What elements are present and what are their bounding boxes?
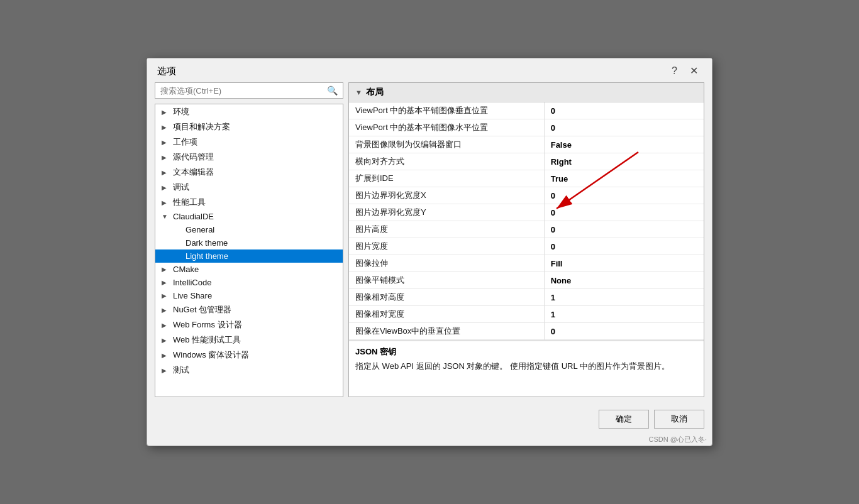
tree-arrow-texteditor: ▶ xyxy=(162,169,170,176)
tree-item-perf[interactable]: ▶性能工具 xyxy=(155,195,343,210)
prop-name-11: 图像相对高度 xyxy=(349,289,544,306)
tree-arrow-nuget: ▶ xyxy=(162,307,170,314)
prop-value-3: Right xyxy=(544,153,704,170)
tree-item-texteditor[interactable]: ▶文本编辑器 xyxy=(155,165,343,180)
tree-item-work[interactable]: ▶工作项 xyxy=(155,134,343,150)
tree-arrow-claudia: ▼ xyxy=(162,213,170,220)
right-panel: ▼ 布局 ViewPort 中的基本平铺图像垂直位置0ViewPort 中的基本… xyxy=(348,82,704,397)
help-button[interactable]: ? xyxy=(668,65,681,77)
tree-label-env: 环境 xyxy=(173,106,189,118)
tree-arrow-work: ▶ xyxy=(162,139,170,146)
prop-name-6: 图片边界羽化宽度Y xyxy=(349,204,544,221)
prop-value-9: Fill xyxy=(544,255,704,272)
tree-arrow-debug: ▶ xyxy=(162,184,170,191)
tree-item-test[interactable]: ▶测试 xyxy=(155,363,343,378)
prop-name-3: 横向对齐方式 xyxy=(349,153,544,170)
tree-arrow-cmake: ▶ xyxy=(162,266,170,273)
tree-label-webforms: Web Forms 设计器 xyxy=(173,319,242,331)
properties-area[interactable]: ▼ 布局 ViewPort 中的基本平铺图像垂直位置0ViewPort 中的基本… xyxy=(349,83,704,340)
cancel-button[interactable]: 取消 xyxy=(654,410,704,429)
options-dialog: 选项 ? ✕ 🔍 ▶环境▶项目和解决方案▶工作项▶源代码管理▶文本编辑器▶调试▶… xyxy=(147,58,712,446)
tree-item-webperf[interactable]: ▶Web 性能测试工具 xyxy=(155,332,343,348)
tree-arrow-webperf: ▶ xyxy=(162,337,170,344)
prop-row-8[interactable]: 图片宽度0 xyxy=(349,238,704,255)
tree-label-debug: 调试 xyxy=(173,182,189,193)
tree-label-claudia: ClaudialDE xyxy=(173,212,214,221)
tree-label-scm: 源代码管理 xyxy=(173,151,214,163)
prop-name-1: ViewPort 中的基本平铺图像水平位置 xyxy=(349,119,544,136)
prop-value-5: 0 xyxy=(544,187,704,204)
tree-label-nuget: NuGet 包管理器 xyxy=(173,304,231,315)
search-box[interactable]: 🔍 xyxy=(155,82,343,99)
prop-value-6: 0 xyxy=(544,204,704,221)
prop-name-4: 扩展到IDE xyxy=(349,170,544,187)
tree-label-darktheme: Dark theme xyxy=(186,238,228,248)
prop-row-6[interactable]: 图片边界羽化宽度Y0 xyxy=(349,204,704,221)
tree-label-webperf: Web 性能测试工具 xyxy=(173,334,241,346)
tree-container[interactable]: ▶环境▶项目和解决方案▶工作项▶源代码管理▶文本编辑器▶调试▶性能工具▼Clau… xyxy=(155,104,343,397)
tree-label-project: 项目和解决方案 xyxy=(173,121,230,133)
prop-row-9[interactable]: 图像拉伸Fill xyxy=(349,255,704,272)
prop-row-5[interactable]: 图片边界羽化宽度X0 xyxy=(349,187,704,204)
search-input[interactable] xyxy=(155,84,322,98)
info-description: 指定从 Web API 返回的 JSON 对象的键。 使用指定键值 URL 中的… xyxy=(355,360,697,373)
tree-item-debug[interactable]: ▶调试 xyxy=(155,180,343,195)
prop-row-4[interactable]: 扩展到IDETrue xyxy=(349,170,704,187)
tree-arrow-liveshare: ▶ xyxy=(162,292,170,299)
prop-row-2[interactable]: 背景图像限制为仅编辑器窗口False xyxy=(349,136,704,153)
tree-item-project[interactable]: ▶项目和解决方案 xyxy=(155,119,343,134)
tree-item-scm[interactable]: ▶源代码管理 xyxy=(155,150,343,165)
tree-item-liveshare[interactable]: ▶Live Share xyxy=(155,289,343,302)
prop-row-3[interactable]: 横向对齐方式Right xyxy=(349,153,704,170)
tree-item-winforms[interactable]: ▶Windows 窗体设计器 xyxy=(155,348,343,363)
search-icon: 🔍 xyxy=(327,85,338,96)
prop-row-1[interactable]: ViewPort 中的基本平铺图像水平位置0 xyxy=(349,119,704,136)
tree-label-general: General xyxy=(186,225,214,234)
close-button[interactable]: ✕ xyxy=(686,65,702,77)
tree-item-intellicode[interactable]: ▶IntelliCode xyxy=(155,276,343,289)
info-area: JSON 密钥 指定从 Web API 返回的 JSON 对象的键。 使用指定键… xyxy=(349,340,704,397)
search-icon-button[interactable]: 🔍 xyxy=(322,83,343,98)
tree-label-perf: 性能工具 xyxy=(173,197,206,208)
tree-label-test: 测试 xyxy=(173,364,189,376)
tree-label-liveshare: Live Share xyxy=(173,291,212,300)
prop-row-12[interactable]: 图像相对宽度1 xyxy=(349,306,704,323)
tree-arrow-project: ▶ xyxy=(162,124,170,131)
prop-name-12: 图像相对宽度 xyxy=(349,306,544,323)
tree-label-intellicode: IntelliCode xyxy=(173,278,211,287)
tree-arrow-webforms: ▶ xyxy=(162,322,170,329)
tree-label-texteditor: 文本编辑器 xyxy=(173,167,214,178)
prop-name-13: 图像在ViewBox中的垂直位置 xyxy=(349,323,544,340)
left-panel: 🔍 ▶环境▶项目和解决方案▶工作项▶源代码管理▶文本编辑器▶调试▶性能工具▼Cl… xyxy=(155,82,343,397)
prop-name-2: 背景图像限制为仅编辑器窗口 xyxy=(349,136,544,153)
tree-label-cmake: CMake xyxy=(173,265,199,274)
prop-value-1: 0 xyxy=(544,119,704,136)
prop-row-10[interactable]: 图像平铺模式None xyxy=(349,272,704,289)
tree-item-claudia[interactable]: ▼ClaudialDE xyxy=(155,210,343,223)
info-title: JSON 密钥 xyxy=(355,346,697,358)
tree-arrow-env: ▶ xyxy=(162,109,170,116)
prop-row-7[interactable]: 图片高度0 xyxy=(349,221,704,238)
prop-value-7: 0 xyxy=(544,221,704,238)
tree-item-darktheme[interactable]: Dark theme xyxy=(155,236,343,249)
tree-item-general[interactable]: General xyxy=(155,223,343,236)
section-title: 布局 xyxy=(366,87,384,98)
prop-value-4: True xyxy=(544,170,704,187)
tree-item-webforms[interactable]: ▶Web Forms 设计器 xyxy=(155,317,343,332)
tree-arrow-perf: ▶ xyxy=(162,199,170,206)
prop-name-9: 图像拉伸 xyxy=(349,255,544,272)
tree-item-lighttheme[interactable]: Light theme xyxy=(155,249,343,263)
tree-arrow-intellicode: ▶ xyxy=(162,279,170,286)
prop-row-11[interactable]: 图像相对高度1 xyxy=(349,289,704,306)
tree-item-nuget[interactable]: ▶NuGet 包管理器 xyxy=(155,302,343,317)
tree-item-cmake[interactable]: ▶CMake xyxy=(155,263,343,276)
confirm-button[interactable]: 确定 xyxy=(599,410,649,429)
dialog-title: 选项 xyxy=(157,65,176,77)
tree-item-env[interactable]: ▶环境 xyxy=(155,104,343,119)
section-header: ▼ 布局 xyxy=(349,83,704,102)
prop-row-0[interactable]: ViewPort 中的基本平铺图像垂直位置0 xyxy=(349,102,704,119)
tree-label-work: 工作项 xyxy=(173,136,197,148)
prop-name-10: 图像平铺模式 xyxy=(349,272,544,289)
prop-row-13[interactable]: 图像在ViewBox中的垂直位置0 xyxy=(349,323,704,340)
dialog-footer: 确定 取消 xyxy=(147,405,712,434)
